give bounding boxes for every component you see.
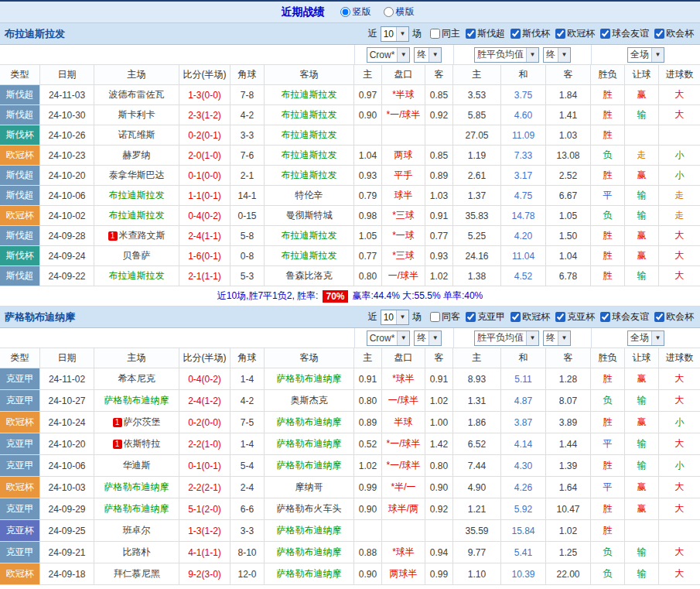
corners-cell: 5-3 — [230, 266, 265, 286]
avg-home-odds: 5.25 — [453, 226, 501, 246]
away-team: 布拉迪斯拉发 — [265, 146, 354, 166]
filter-controls: 近 10▼ 场 同客克亚甲欧冠杯克亚杯球会友谊欧会杯 — [367, 310, 695, 325]
avg-odds-select[interactable]: 胜平负均值▼ — [474, 47, 539, 63]
league-filter-checkbox[interactable]: 欧会杯 — [654, 310, 694, 324]
avg-away-odds: 1.28 — [546, 368, 591, 390]
avg-stage-select[interactable]: 终▼ — [543, 330, 571, 346]
top-toolbar: 近期战绩 竖版 横版 — [0, 0, 700, 23]
match-date: 24-09-21 — [40, 542, 94, 563]
league-filter-checkbox[interactable]: 克亚杯 — [555, 310, 595, 324]
league-filter-label: 克亚杯 — [567, 310, 595, 324]
league-filter-checkbox-input[interactable] — [510, 29, 521, 39]
league-filter-checkbox-input[interactable] — [466, 312, 476, 322]
match-type-badge: 斯伐杯 — [0, 246, 40, 266]
league-filter-checkbox[interactable]: 同主 — [430, 27, 460, 40]
team-name: 萨格勒布迪纳摩 — [5, 310, 75, 324]
handicap-stage-select[interactable]: 终▼ — [414, 47, 442, 63]
layout-horizontal-option[interactable]: 横版 — [384, 5, 415, 19]
league-filter-checkbox-input[interactable] — [600, 312, 610, 322]
handicap-line: *三球 — [382, 246, 425, 266]
home-team: 1依斯特拉 — [94, 433, 179, 455]
corners-cell: 2-4 — [230, 477, 265, 498]
handicap-stage-select[interactable]: 终▼ — [414, 330, 442, 346]
league-filter-checkbox-input[interactable] — [430, 29, 440, 39]
league-filter-checkbox-input[interactable] — [430, 312, 440, 322]
score-cell: 2-3(1-2) — [179, 105, 230, 125]
team-name-text: 曼彻斯特城 — [286, 209, 333, 222]
handicap-home-odds: 0.97 — [354, 85, 382, 105]
handicap-line: *半/一 — [382, 477, 425, 498]
section-header: 布拉迪斯拉发 近 10▼ 场 同主斯伐超斯伐杯欧冠杯球会友谊欧会杯 — [0, 23, 700, 45]
column-header: 客场 — [265, 65, 354, 85]
league-filter-checkbox[interactable]: 斯伐超 — [466, 27, 505, 40]
layout-horizontal-label: 横版 — [396, 5, 415, 19]
column-header: 和 — [501, 65, 546, 85]
avg-home-odds: 1.37 — [453, 186, 501, 206]
league-filter-checkbox-input[interactable] — [654, 312, 664, 322]
scope-select[interactable]: 全场▼ — [627, 47, 664, 63]
league-filter-checkbox-input[interactable] — [510, 312, 521, 322]
scope-select[interactable]: 全场▼ — [627, 330, 664, 346]
home-team: 贝鲁萨 — [94, 246, 179, 266]
match-date: 24-09-18 — [40, 563, 94, 585]
match-date: 24-09-25 — [40, 520, 94, 542]
avg-away-odds: 10.47 — [546, 498, 591, 520]
league-filter-checkbox[interactable]: 欧冠杯 — [555, 27, 595, 40]
avg-odds-selectors: 胜平负均值▼ 终▼ — [453, 45, 591, 64]
league-filter-checkbox-input[interactable] — [555, 29, 565, 39]
league-filter-checkbox-input[interactable] — [600, 29, 610, 39]
league-filter-checkbox[interactable]: 球会友谊 — [600, 27, 649, 40]
handicap-result-cell: 走 — [625, 146, 659, 166]
league-filter-checkbox-input[interactable] — [654, 29, 664, 39]
column-header: 主 — [453, 65, 501, 85]
home-team: 萨格勒布迪纳摩 — [94, 498, 179, 520]
match-date: 24-10-30 — [40, 105, 94, 125]
result-cell: 平 — [591, 477, 625, 498]
league-filter-checkbox-input[interactable] — [555, 312, 565, 322]
layout-vertical-label: 竖版 — [353, 5, 371, 19]
table-header: 类型日期主场比分(半场)角球客场主盘口客主和客胜负让球进球数 — [0, 348, 700, 368]
avg-away-odds: 1.64 — [546, 477, 591, 498]
avg-stage-select[interactable]: 终▼ — [543, 47, 571, 63]
recent-label: 近 — [368, 27, 377, 40]
league-filter-checkbox[interactable]: 欧冠杯 — [510, 310, 550, 324]
home-team: 布拉迪斯拉发 — [94, 206, 179, 226]
odds-company-select[interactable]: Crow*▼ — [367, 47, 411, 63]
league-filter-checkbox[interactable]: 欧会杯 — [654, 27, 694, 40]
match-type-badge: 克亚甲 — [0, 455, 40, 477]
league-filter-checkbox[interactable]: 斯伐杯 — [510, 27, 550, 40]
match-type-badge: 克亚甲 — [0, 390, 40, 412]
score-cell: 1-3(1-2) — [179, 520, 230, 542]
league-filter-checkbox[interactable]: 同客 — [430, 310, 460, 324]
recent-count-select[interactable]: 10▼ — [381, 310, 409, 325]
filter-controls: 近 10▼ 场 同主斯伐超斯伐杯欧冠杯球会友谊欧会杯 — [367, 26, 695, 42]
handicap-result-cell: 输 — [625, 542, 659, 563]
layout-vertical-radio[interactable] — [340, 7, 350, 17]
avg-draw-odds: 4.87 — [501, 390, 546, 412]
avg-home-odds: 27.05 — [453, 125, 501, 146]
league-filter-checkbox[interactable]: 球会友谊 — [600, 310, 649, 324]
handicap-line: *一/球半 — [382, 433, 425, 455]
league-filter-checkbox-input[interactable] — [466, 29, 476, 39]
layout-vertical-option[interactable]: 竖版 — [340, 5, 371, 19]
odds-company-select[interactable]: Crow*▼ — [367, 330, 411, 346]
column-header: 主场 — [94, 348, 179, 368]
goals-result-cell: 小 — [659, 146, 700, 166]
layout-horizontal-radio[interactable] — [384, 7, 394, 17]
handicap-line: 平手 — [382, 166, 425, 186]
score-cell: 0-4(0-2) — [179, 368, 230, 390]
column-header: 进球数 — [659, 348, 700, 368]
recent-count-select[interactable]: 10▼ — [381, 26, 409, 42]
section-team-1: 布拉迪斯拉发 近 10▼ 场 同主斯伐超斯伐杯欧冠杯球会友谊欧会杯 Crow*▼… — [0, 23, 700, 306]
goals-result-cell: 大 — [659, 246, 700, 266]
column-header: 客 — [546, 65, 591, 85]
result-cell: 胜 — [591, 105, 625, 125]
match-date: 24-10-20 — [40, 433, 94, 455]
handicap-away-odds — [425, 520, 453, 542]
home-team: 泰拿华斯巴达 — [94, 166, 179, 186]
league-filter-checkbox[interactable]: 克亚甲 — [466, 310, 505, 324]
scope-selector: 全场▼ — [591, 328, 700, 348]
team-name-text: 布拉迪斯拉发 — [282, 229, 337, 242]
result-cell: 胜 — [591, 368, 625, 390]
avg-odds-select[interactable]: 胜平负均值▼ — [474, 330, 539, 346]
